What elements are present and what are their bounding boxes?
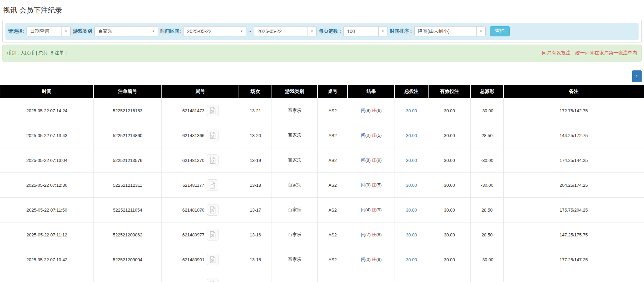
search-button[interactable]: 查询 [490, 26, 510, 36]
round-number: 621480977 [182, 232, 204, 237]
video-file-icon [209, 107, 216, 114]
banker-result-label: 庄 [372, 182, 376, 187]
cell-valid-bet: 30.00 [428, 247, 471, 272]
summary-bar: 币别 : 人民币 | 总共 :8 注单 | 同局有效投注，统一计算在该局第一张注… [2, 45, 642, 62]
video-replay-button[interactable] [207, 105, 219, 116]
video-file-icon [209, 181, 216, 189]
banker-result-label: 庄 [372, 257, 376, 262]
cell-result: 闲(9) 庄(5) [348, 173, 395, 198]
cell-game-type: 百家乐 [272, 123, 317, 148]
cell-total-bet: 30.00 [395, 98, 428, 123]
video-replay-button[interactable] [207, 204, 219, 216]
cell-result: 闲(9) 庄(6) [348, 98, 395, 123]
table-row: 2025-05-22 07:14:24522521216153621481473… [0, 98, 644, 123]
round-number: 621480901 [182, 257, 204, 262]
round-number: 621481177 [182, 183, 204, 188]
cell-valid-bet: 30.00 [428, 198, 471, 222]
chevron-down-icon[interactable]: ▼ [149, 27, 158, 36]
time-sort-select[interactable]: 降幂(由大到小) ▼ [414, 26, 486, 36]
player-result-score: (4) [365, 207, 371, 212]
player-result-label: 闲 [361, 157, 365, 163]
total-bet-link[interactable]: 30.00 [406, 232, 417, 237]
video-replay-button[interactable] [207, 179, 218, 191]
per-page-select[interactable]: 100 ▼ [343, 26, 387, 36]
date-from-select[interactable]: 2025-05-22 ▼ [183, 26, 246, 36]
cell-result: 闲(8) 庄(9) [348, 148, 395, 173]
game-category-label: 游戏类别 [73, 28, 92, 34]
video-replay-button[interactable] [207, 229, 219, 240]
cell-session: 13-14 [239, 272, 272, 282]
cell-table-number: AS2 [317, 98, 348, 123]
chevron-down-icon[interactable]: ▼ [476, 27, 485, 36]
date-from-value: 2025-05-22 [184, 27, 237, 36]
cell-round: 621480808 [162, 272, 239, 282]
cell-result: 闲(0) 庄(9) [348, 247, 395, 272]
table-row: 2025-05-22 07:13:43522521214860621481366… [0, 123, 644, 148]
total-bet-link[interactable]: 30.00 [406, 183, 417, 188]
cell-session: 13-21 [239, 98, 272, 123]
player-result-label: 闲 [361, 108, 365, 113]
time-sort-value: 降幂(由大到小) [415, 27, 476, 36]
cell-total-bet: 30.00 [395, 123, 428, 148]
video-file-icon [209, 256, 216, 263]
cell-game-type: 百家乐 [272, 222, 317, 247]
game-category-select[interactable]: 百家乐 ▼ [94, 26, 158, 36]
player-result-score: (9) [365, 182, 371, 187]
chevron-down-icon[interactable]: ▼ [62, 27, 70, 36]
page-1-button[interactable]: 1 [632, 70, 642, 82]
query-type-label: 请选择: [8, 28, 24, 34]
total-bet-link[interactable]: 30.00 [406, 158, 417, 163]
cell-round: 621480977 [162, 222, 239, 247]
cell-session: 13-18 [239, 173, 272, 198]
column-header: 总派彩 [471, 85, 504, 98]
video-replay-button[interactable] [207, 130, 219, 141]
cell-bet-id: 522521216153 [93, 98, 162, 123]
chevron-down-icon[interactable]: ▼ [308, 27, 316, 36]
query-type-select[interactable]: 日期查询 ▼ [27, 26, 71, 36]
column-header: 游戏类别 [272, 85, 317, 98]
bets-table: 时间注单编号局号场次游戏类别桌号结果总投注有效投注总派彩备注 2025-05-2… [0, 85, 644, 282]
cell-round: 621481177 [162, 173, 239, 198]
time-range-label: 时间区间: [160, 28, 181, 34]
total-bet-link[interactable]: 30.00 [406, 133, 417, 138]
player-result-score: (8) [365, 157, 371, 163]
cell-time: 2025-05-22 07:11:50 [0, 198, 94, 222]
column-header: 局号 [162, 85, 239, 98]
banker-result-score: (5) [376, 182, 382, 187]
cell-time: 2025-05-22 07:10:42 [0, 247, 94, 272]
date-to-select[interactable]: 2025-05-22 ▼ [254, 26, 317, 36]
cell-time: 2025-05-22 07:10:09 [0, 272, 94, 282]
query-type-value: 日期查询 [27, 27, 62, 36]
video-file-icon [209, 156, 216, 164]
video-replay-button[interactable] [207, 254, 219, 265]
per-page-value: 100 [344, 27, 378, 36]
total-bet-link[interactable]: 30.00 [406, 257, 417, 262]
banker-result-label: 庄 [372, 108, 376, 113]
column-header: 场次 [239, 85, 272, 98]
cell-result: 闲(7) 庄(8) [348, 222, 395, 247]
total-bet-link[interactable]: 30.00 [406, 108, 417, 113]
banker-result-score: (8) [376, 232, 382, 237]
cell-valid-bet: 30.00 [428, 148, 471, 173]
total-bet-link[interactable]: 30.00 [406, 208, 417, 213]
cell-note: 172.75/142.75 [504, 98, 644, 123]
banker-result-score: (9) [376, 207, 382, 212]
cell-payout: 28.50 [471, 198, 504, 222]
chevron-down-icon[interactable]: ▼ [237, 27, 246, 36]
cell-time: 2025-05-22 07:13:04 [0, 148, 94, 173]
cell-bet-id: 522521212311 [93, 173, 162, 198]
cell-total-bet: 30.00 [395, 222, 428, 247]
video-replay-button[interactable] [207, 154, 219, 166]
cell-game-type: 百家乐 [272, 272, 317, 282]
video-replay-button[interactable] [207, 279, 219, 282]
table-row: 2025-05-22 07:11:12522521209862621480977… [0, 222, 644, 247]
chevron-down-icon[interactable]: ▼ [378, 27, 387, 36]
cell-session: 13-20 [239, 123, 272, 148]
cell-payout: -30.00 [471, 148, 504, 173]
cell-table-number: AS2 [317, 198, 348, 222]
cell-round: 621481366 [162, 123, 239, 148]
player-result-score: (7) [365, 232, 371, 237]
banker-result-label: 庄 [372, 232, 376, 237]
cell-total-bet: 30.00 [395, 247, 428, 272]
date-to-value: 2025-05-22 [254, 27, 308, 36]
